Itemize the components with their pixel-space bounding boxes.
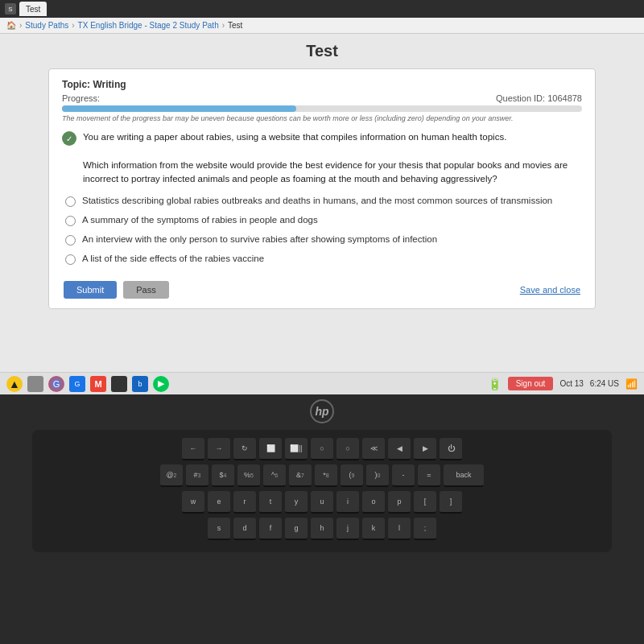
radio-option-2[interactable] — [65, 216, 76, 226]
breadcrumb-item2[interactable]: TX English Bridge - Stage 2 Study Path — [78, 21, 219, 30]
topic-label: Topic: — [62, 79, 90, 90]
key-semicolon[interactable]: ; — [414, 518, 436, 540]
key-h[interactable]: h — [311, 518, 333, 540]
save-close-link[interactable]: Save and close — [520, 285, 580, 295]
taskbar-time: 6:24 US — [590, 379, 619, 388]
option-item[interactable]: A summary of the symptoms of rabies in p… — [65, 215, 582, 226]
key-at-2[interactable]: @2 — [160, 464, 183, 487]
key-u[interactable]: u — [311, 491, 333, 514]
sign-out-button[interactable]: Sign out — [508, 377, 554, 390]
key-s[interactable]: s — [208, 518, 230, 540]
key-bright-up[interactable]: ○ — [336, 438, 359, 460]
progress-row: Progress: Question ID: 1064878 — [62, 93, 582, 103]
key-prev[interactable]: ≪ — [362, 438, 385, 460]
option-label-3: An interview with the only person to sur… — [82, 234, 437, 244]
key-r[interactable]: r — [233, 491, 256, 514]
main-content: Test Topic: Writing Progress: Question I… — [0, 34, 644, 372]
key-refresh[interactable]: ↻ — [233, 438, 256, 460]
breadcrumb-sep2: › — [72, 21, 74, 30]
taskbar-date: Oct 13 — [559, 379, 583, 388]
key-window[interactable]: ⬜ — [259, 438, 282, 460]
key-next[interactable]: ▶ — [414, 438, 436, 460]
question-id: Question ID: 1064878 — [496, 93, 582, 103]
breadcrumb: 🏠 › Study Paths › TX English Bridge - St… — [0, 18, 644, 34]
key-p[interactable]: p — [388, 491, 411, 514]
hp-logo: hp — [310, 399, 334, 423]
key-w[interactable]: w — [182, 491, 204, 514]
taskbar-icon-blue2[interactable]: b — [132, 376, 148, 392]
key-y[interactable]: y — [285, 491, 308, 514]
page-title: Test — [306, 42, 338, 60]
key-lbracket[interactable]: [ — [414, 491, 436, 514]
key-lparen-9[interactable]: (9 — [341, 464, 363, 487]
breadcrumb-sep1: › — [19, 21, 22, 30]
taskbar-icon-triangle[interactable]: ▲ — [6, 376, 23, 392]
key-star-8[interactable]: *8 — [315, 464, 337, 487]
options-list: Statistics describing global rabies outb… — [62, 196, 582, 265]
taskbar-wifi-icon: 📶 — [625, 378, 638, 390]
taskbar-icon-blue[interactable]: G — [69, 376, 85, 392]
laptop-body: hp ← → ↻ ⬜ ⬜|| ○ ○ ≪ ◀ ▶ ⏻ @2 #3 $4 %5 ^… — [0, 394, 644, 644]
key-e[interactable]: e — [208, 491, 230, 514]
question-text: You are writing a paper about rabies, us… — [83, 130, 582, 186]
key-d[interactable]: d — [233, 518, 256, 540]
key-amp-7[interactable]: &7 — [289, 464, 312, 487]
key-g[interactable]: g — [285, 518, 308, 540]
question-sub-text: Which information from the website would… — [83, 160, 568, 184]
option-item[interactable]: A list of the side effects of the rabies… — [65, 254, 582, 265]
radio-option-3[interactable] — [65, 235, 76, 246]
key-bright-down[interactable]: ○ — [311, 438, 333, 460]
pass-button[interactable]: Pass — [123, 281, 168, 299]
key-k[interactable]: k — [362, 518, 385, 540]
breadcrumb-item1[interactable]: Study Paths — [25, 21, 68, 30]
key-back[interactable]: ← — [182, 438, 204, 460]
key-o[interactable]: o — [362, 491, 385, 514]
key-l[interactable]: l — [388, 518, 411, 540]
key-equal[interactable]: = — [418, 464, 440, 487]
key-percent-5[interactable]: %5 — [237, 464, 260, 487]
progress-bar-fill — [62, 105, 296, 112]
breadcrumb-home-icon[interactable]: 🏠 — [6, 21, 16, 30]
key-power[interactable]: ⏻ — [440, 438, 462, 460]
taskbar-icon-m[interactable]: M — [90, 376, 106, 392]
key-backspace[interactable]: back — [444, 464, 484, 487]
key-f[interactable]: f — [259, 518, 282, 540]
key-rbracket[interactable]: ] — [440, 491, 462, 514]
key-dollar-4[interactable]: $4 — [212, 464, 234, 487]
key-j[interactable]: j — [336, 518, 359, 540]
radio-option-4[interactable] — [65, 254, 76, 265]
key-caret-6[interactable]: ^6 — [263, 464, 286, 487]
option-label-2: A summary of the symptoms of rabies in p… — [82, 215, 318, 225]
question-main-text: You are writing a paper about rabies, us… — [83, 132, 506, 142]
key-hash-3[interactable]: #3 — [186, 464, 208, 487]
taskbar-icon-chrome[interactable]: G — [48, 376, 64, 392]
active-tab[interactable]: Test — [19, 2, 47, 16]
key-forward[interactable]: → — [208, 438, 230, 460]
taskbar-icon-dark[interactable] — [111, 376, 127, 392]
key-t[interactable]: t — [259, 491, 282, 514]
taskbar-icon-play[interactable]: ▶ — [153, 376, 169, 392]
option-item[interactable]: An interview with the only person to sur… — [65, 234, 582, 246]
progress-note: The movement of the progress bar may be … — [62, 114, 582, 122]
radio-option-1[interactable] — [65, 196, 76, 207]
topic-line: Topic: Writing — [62, 79, 582, 90]
taskbar-left: ▲ G G M b ▶ — [6, 376, 169, 392]
question-status-icon: ✓ — [62, 131, 76, 146]
keyboard-area: ← → ↻ ⬜ ⬜|| ○ ○ ≪ ◀ ▶ ⏻ @2 #3 $4 %5 ^6 &… — [32, 430, 612, 552]
key-minus[interactable]: - — [392, 464, 415, 487]
topic-value: Writing — [93, 79, 126, 90]
key-rparen-0[interactable]: )0 — [366, 464, 389, 487]
option-item[interactable]: Statistics describing global rabies outb… — [65, 196, 582, 207]
key-splitscreen[interactable]: ⬜|| — [285, 438, 308, 460]
key-row-fn: ← → ↻ ⬜ ⬜|| ○ ○ ≪ ◀ ▶ ⏻ — [45, 438, 599, 460]
key-play[interactable]: ◀ — [388, 438, 411, 460]
key-i[interactable]: i — [336, 491, 359, 514]
option-label-1: Statistics describing global rabies outb… — [82, 196, 552, 205]
taskbar-icon-gray[interactable] — [27, 376, 43, 392]
breadcrumb-sep3: › — [222, 21, 225, 30]
submit-button[interactable]: Submit — [64, 281, 117, 299]
key-row-home: s d f g h j k l ; — [45, 518, 599, 540]
action-row: Submit Pass Save and close — [62, 281, 582, 299]
tab-label: Test — [26, 5, 40, 14]
taskbar-right: 🔋 Sign out Oct 13 6:24 US 📶 — [488, 377, 638, 390]
